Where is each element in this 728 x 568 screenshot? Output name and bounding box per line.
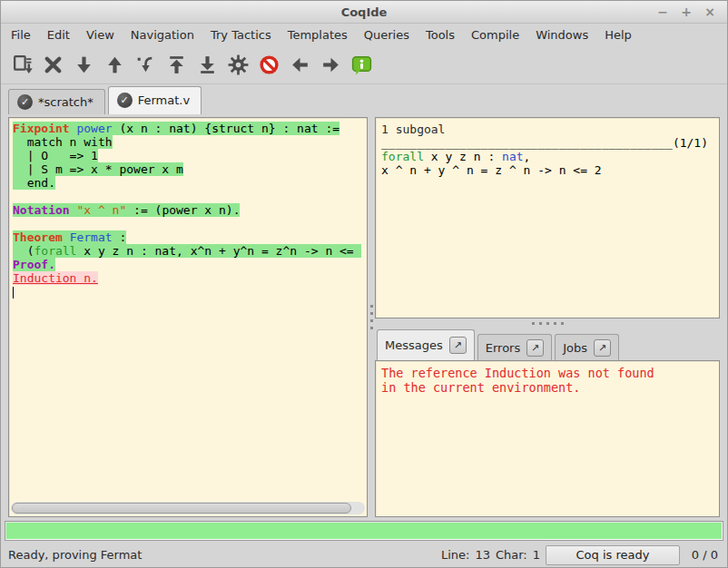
step-forward-button[interactable] (68, 49, 99, 80)
messages-pane[interactable]: The reference Induction was not foundin … (375, 360, 720, 517)
code-line: end. (13, 176, 367, 190)
tab-label: Fermat.v (138, 93, 190, 107)
horizontal-splitter[interactable] (375, 318, 720, 328)
menu-item-templates[interactable]: Templates (280, 26, 356, 44)
go-to-start-button[interactable] (161, 49, 192, 80)
code-line: | S m => x * power x m (13, 162, 367, 176)
detach-icon: ↗ (598, 342, 606, 354)
progress-bar-fill (6, 523, 722, 539)
tab-messages[interactable]: Messages↗ (377, 329, 475, 360)
code-line: | O => 1 (13, 149, 367, 162)
code-line (13, 217, 367, 230)
splitter-dot (554, 322, 556, 325)
tab-errors[interactable]: Errors↗ (477, 334, 552, 360)
menu-item-tools[interactable]: Tools (418, 26, 463, 44)
save-icon (11, 54, 34, 76)
close-button[interactable]: × (700, 3, 720, 21)
goals-pane[interactable]: 1 subgoal_______________________________… (375, 117, 720, 318)
code-line: Proof. (13, 258, 367, 271)
right-column: 1 subgoal_______________________________… (375, 117, 720, 517)
fully-check-button[interactable] (222, 49, 253, 80)
code-line (13, 190, 367, 203)
tab-label: Errors (486, 341, 520, 355)
splitter-dot (546, 322, 549, 325)
menu-item-windows[interactable]: Windows (527, 26, 596, 44)
menu-item-view[interactable]: View (78, 26, 123, 44)
code-line: Theorem Fermat : (13, 230, 367, 244)
code-line: Notation "x ^ n" := (power x n). (13, 203, 367, 217)
save-button[interactable] (6, 49, 37, 80)
char-label: Char: (496, 548, 527, 562)
tab-check-icon: ✓ (117, 93, 133, 108)
step-backward-icon (103, 54, 126, 76)
splitter-dot (561, 322, 564, 325)
goal-line: x ^ n + y ^ n = z ^ n -> n <= 2 (381, 163, 713, 177)
script-pane: Fixpoint power (x n : nat) {struct n} : … (8, 117, 368, 517)
about-icon (350, 54, 373, 76)
splitter-dot (370, 319, 373, 322)
close-icon (42, 54, 64, 76)
minimize-button[interactable]: − (653, 3, 673, 21)
titlebar[interactable]: CoqIde − + × (1, 1, 727, 24)
tab-fermat-v[interactable]: ✓Fermat.v (108, 86, 202, 114)
previous-button[interactable] (284, 49, 315, 80)
splitter-dot (370, 312, 373, 315)
go-to-end-icon (196, 54, 219, 76)
status-counter: 0 / 0 (685, 548, 718, 562)
horizontal-scrollbar[interactable] (11, 502, 365, 514)
splitter-dot (539, 322, 542, 325)
code-line: Fixpoint power (x n : nat) {struct n} : … (13, 122, 367, 135)
splitter-dot (370, 305, 373, 308)
tab-jobs[interactable]: Jobs↗ (555, 334, 619, 360)
splitter-dot (370, 327, 373, 329)
menu-item-navigation[interactable]: Navigation (123, 26, 202, 44)
menu-item-queries[interactable]: Queries (356, 26, 418, 44)
tab-scratch[interactable]: ✓*scratch* (8, 89, 105, 114)
tab-check-icon: ✓ (17, 94, 33, 110)
main-area: Fixpoint power (x n : nat) {struct n} : … (1, 114, 727, 519)
char-value: 1 (533, 548, 540, 562)
step-backward-button[interactable] (99, 49, 130, 80)
interrupt-button[interactable] (253, 49, 284, 80)
interrupt-icon (258, 54, 280, 76)
code-line (13, 285, 367, 299)
subgoal-separator: ________________________________________… (381, 136, 713, 150)
coq-state-button[interactable]: Coq is ready (546, 545, 680, 565)
next-button[interactable] (315, 49, 346, 80)
vertical-splitter[interactable] (368, 117, 375, 517)
close-button[interactable] (37, 49, 68, 80)
statusbar: Ready, proving Fermat Line: 13 Char: 1 C… (1, 543, 727, 567)
status-right: Line: 13 Char: 1 Coq is ready 0 / 0 (441, 545, 718, 565)
previous-icon (289, 54, 311, 76)
status-message: Ready, proving Fermat (8, 548, 142, 562)
window-controls: − + × (653, 3, 727, 21)
code-line: Induction n. (13, 271, 367, 285)
menu-item-try-tactics[interactable]: Try Tactics (202, 26, 280, 44)
window-title: CoqIde (1, 5, 727, 19)
go-to-end-button[interactable] (192, 49, 222, 80)
tab-label: *scratch* (38, 95, 93, 109)
menu-item-edit[interactable]: Edit (39, 26, 78, 44)
menu-item-file[interactable]: File (3, 26, 39, 44)
maximize-button[interactable]: + (676, 3, 696, 21)
go-to-start-icon (165, 54, 188, 76)
subgoal-count: 1 subgoal (381, 122, 713, 136)
step-forward-icon (73, 54, 95, 76)
menu-item-compile[interactable]: Compile (463, 26, 527, 44)
detach-button[interactable]: ↗ (526, 339, 544, 357)
menu-item-help[interactable]: Help (596, 26, 640, 44)
code-editor[interactable]: Fixpoint power (x n : nat) {struct n} : … (9, 118, 367, 500)
message-line: The reference Induction was not found (381, 366, 713, 380)
horizontal-scrollbar-thumb[interactable] (12, 503, 351, 514)
detach-button[interactable]: ↗ (449, 337, 467, 354)
about-button[interactable] (346, 49, 377, 80)
detach-icon: ↗ (454, 339, 462, 351)
goal-line: forall x y z n : nat, (381, 150, 713, 163)
tab-label: Messages (385, 338, 443, 352)
go-to-cursor-button[interactable] (130, 49, 161, 80)
detach-button[interactable]: ↗ (594, 339, 611, 357)
coqide-window: CoqIde − + × FileEditViewNavigationTry T… (0, 0, 728, 568)
message-tabbar: Messages↗Errors↗Jobs↗ (375, 328, 720, 360)
text-caret (13, 287, 14, 299)
line-label: Line: (441, 548, 469, 562)
